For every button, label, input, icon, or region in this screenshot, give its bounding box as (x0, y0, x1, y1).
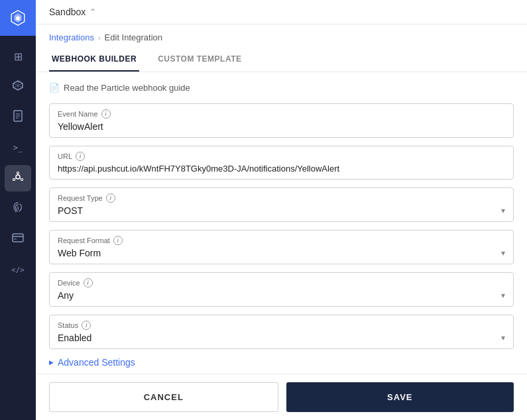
url-field: URL i https://api.pushcut.io/kWntFH7Y8TG… (49, 146, 514, 180)
guide-link-text: Read the Particle webhook guide (64, 83, 190, 93)
event-name-info-icon[interactable]: i (101, 109, 111, 119)
document-icon: 📄 (49, 83, 60, 93)
svg-point-7 (16, 175, 20, 179)
workspace-selector[interactable]: Sandbox ⌃ (49, 7, 96, 17)
device-field: Device i Any ▾ (49, 272, 514, 307)
guide-link[interactable]: 📄 Read the Particle webhook guide (49, 83, 514, 93)
request-type-select[interactable]: POST ▾ (58, 205, 505, 216)
request-format-value: Web Form (58, 248, 101, 258)
url-value[interactable]: https://api.pushcut.io/kWntFH7Y8TGky0me3… (58, 164, 505, 174)
sidebar-item-integrations[interactable] (5, 165, 31, 191)
cancel-button[interactable]: CANCEL (49, 382, 278, 412)
card-icon (12, 233, 24, 245)
sidebar-item-billing[interactable] (5, 226, 31, 252)
footer-actions: CANCEL SAVE (36, 374, 527, 420)
particle-logo-icon (9, 9, 27, 27)
sidebar-item-auth[interactable] (5, 195, 31, 222)
tab-webhook-builder[interactable]: WEBHOOK BUILDER (49, 48, 139, 72)
form-area: 📄 Read the Particle webhook guide Event … (36, 72, 527, 374)
device-select[interactable]: Any ▾ (58, 290, 505, 301)
device-info-icon[interactable]: i (84, 278, 93, 288)
status-value: Enabled (58, 333, 91, 343)
sidebar-item-code[interactable]: </> (5, 256, 31, 283)
request-format-select[interactable]: Web Form ▾ (58, 248, 505, 258)
grid-icon: ⊞ (14, 50, 23, 63)
status-field: Status i Enabled ▾ (49, 315, 514, 349)
request-type-info-icon[interactable]: i (106, 193, 115, 203)
request-type-field: Request Type i POST ▾ (49, 187, 514, 222)
svg-line-13 (15, 178, 17, 180)
advanced-settings-arrow: ▶ (49, 359, 54, 366)
sidebar-item-console[interactable]: ⊞ (5, 43, 31, 70)
status-info-icon[interactable]: i (82, 321, 91, 330)
main-content: Sandbox ⌃ Integrations › Edit Integratio… (36, 0, 527, 420)
event-name-label: Event Name i (58, 109, 505, 119)
breadcrumb-separator: › (98, 34, 101, 42)
document-icon (13, 110, 23, 125)
breadcrumb-integrations[interactable]: Integrations (49, 32, 94, 42)
tabs-bar: WEBHOOK BUILDER CUSTOM TEMPLATE (36, 48, 527, 72)
request-type-value: POST (58, 205, 83, 216)
device-value: Any (58, 290, 74, 301)
status-label: Status i (58, 321, 505, 330)
tab-custom-template[interactable]: CUSTOM TEMPLATE (155, 48, 244, 72)
network-icon (12, 171, 24, 185)
breadcrumb: Integrations › Edit Integration (36, 25, 527, 42)
advanced-settings-toggle[interactable]: ▶ Advanced Settings (49, 357, 514, 368)
sidebar-item-events[interactable] (5, 104, 31, 131)
save-button[interactable]: SAVE (286, 382, 514, 412)
sidebar: ⊞ >_ (0, 0, 36, 420)
code-icon: </> (11, 266, 25, 274)
request-format-info-icon[interactable]: i (113, 236, 123, 245)
status-select[interactable]: Enabled ▾ (58, 333, 505, 343)
svg-point-9 (21, 179, 23, 181)
sidebar-item-devices[interactable] (5, 74, 31, 100)
topbar: Sandbox ⌃ (36, 0, 527, 25)
request-type-label: Request Type i (58, 193, 505, 203)
fingerprint-icon (12, 201, 24, 216)
request-format-label: Request Format i (58, 236, 505, 245)
svg-point-10 (13, 179, 15, 181)
advanced-settings-label: Advanced Settings (58, 357, 135, 368)
event-name-value[interactable]: YellowAlert (58, 121, 505, 132)
request-type-dropdown-arrow: ▾ (501, 206, 505, 215)
sidebar-logo (0, 0, 36, 36)
workspace-dropdown-arrow: ⌃ (89, 7, 96, 17)
cube-icon (12, 79, 24, 94)
breadcrumb-current: Edit Integration (105, 32, 162, 42)
workspace-name: Sandbox (49, 7, 86, 17)
sidebar-item-terminal[interactable]: >_ (5, 134, 31, 161)
device-label: Device i (58, 278, 505, 288)
svg-point-8 (17, 172, 19, 174)
status-dropdown-arrow: ▾ (501, 333, 505, 342)
svg-rect-16 (14, 238, 17, 240)
svg-line-12 (20, 178, 21, 180)
request-format-dropdown-arrow: ▾ (501, 248, 505, 258)
url-label: URL i (58, 152, 505, 161)
url-info-icon[interactable]: i (76, 152, 85, 161)
device-dropdown-arrow: ▾ (501, 291, 505, 300)
event-name-field: Event Name i YellowAlert (49, 103, 514, 138)
terminal-icon: >_ (13, 143, 23, 152)
svg-rect-14 (13, 234, 23, 242)
request-format-field: Request Format i Web Form ▾ (49, 230, 514, 264)
